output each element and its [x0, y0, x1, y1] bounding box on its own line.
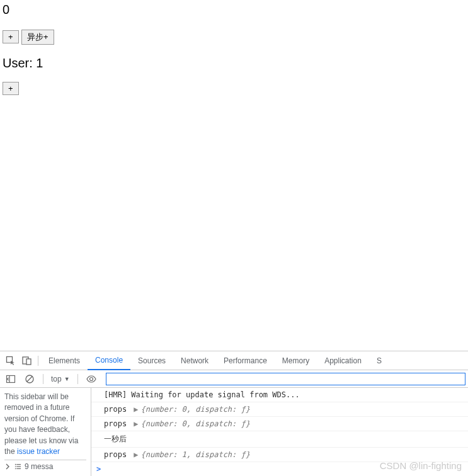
devtools-tabs: Elements Console Sources Network Perform…	[0, 351, 468, 370]
app-content: 0 + 异步+ User: 1 +	[0, 0, 468, 351]
chevron-right-icon	[4, 463, 11, 470]
sidebar-notice-text: This sidebar will be removed in a future…	[4, 392, 78, 456]
console-row[interactable]: [HMR] Waiting for update signal from WDS…	[91, 388, 468, 402]
sidebar-footer-text: 9 messa	[25, 462, 53, 472]
console-log-label: props	[104, 405, 131, 414]
increment-button[interactable]: +	[3, 30, 19, 43]
console-log-label: props	[104, 450, 131, 459]
object-preview[interactable]: {number: 1, dispatch: ƒ}	[141, 450, 250, 459]
console-log-label: props	[104, 419, 131, 428]
device-toggle-icon[interactable]	[19, 351, 35, 370]
button-row-1: + 异步+	[3, 30, 465, 45]
tab-memory[interactable]: Memory	[275, 351, 317, 370]
context-selector[interactable]: top ▼	[49, 375, 72, 383]
divider	[77, 374, 78, 384]
expand-icon[interactable]: ▶	[134, 419, 138, 428]
tab-performance[interactable]: Performance	[216, 351, 275, 370]
expand-icon[interactable]: ▶	[134, 450, 138, 459]
svg-point-7	[89, 377, 93, 380]
svg-rect-3	[7, 375, 15, 382]
object-preview[interactable]: {number: 0, dispatch: ƒ}	[141, 405, 250, 414]
console-row[interactable]: 一秒后	[91, 431, 468, 448]
inspect-icon[interactable]	[3, 351, 19, 370]
console-output[interactable]: [HMR] Waiting for update signal from WDS…	[91, 388, 468, 476]
devtools-body: This sidebar will be removed in a future…	[0, 388, 468, 476]
svg-point-10	[15, 466, 16, 467]
divider	[38, 356, 38, 366]
svg-point-8	[15, 464, 16, 465]
sidebar-footer[interactable]: 9 messa	[4, 460, 86, 472]
sidebar-notice: This sidebar will be removed in a future…	[4, 392, 86, 457]
user-label: User: 1	[3, 56, 465, 71]
tab-application[interactable]: Application	[317, 351, 369, 370]
console-toolbar: top ▼	[0, 370, 468, 388]
svg-line-6	[27, 377, 32, 382]
svg-point-12	[15, 468, 16, 470]
svg-rect-9	[16, 464, 21, 465]
context-label: top	[51, 375, 62, 383]
tab-sources[interactable]: Sources	[130, 351, 173, 370]
clear-console-icon[interactable]	[21, 370, 38, 388]
object-preview[interactable]: {number: 0, dispatch: ƒ}	[141, 419, 250, 428]
divider	[43, 374, 43, 384]
console-sidebar: This sidebar will be removed in a future…	[0, 388, 91, 476]
issue-tracker-link[interactable]: issue tracker	[17, 447, 60, 456]
sidebar-toggle-icon[interactable]	[3, 370, 19, 388]
tab-elements[interactable]: Elements	[41, 351, 88, 370]
svg-rect-11	[16, 467, 21, 467]
tab-more[interactable]: S	[369, 351, 389, 370]
console-filter-input[interactable]	[106, 373, 465, 385]
svg-rect-2	[26, 359, 31, 365]
svg-rect-13	[16, 468, 21, 469]
button-row-2: +	[3, 82, 465, 95]
tab-console[interactable]: Console	[88, 351, 130, 370]
tab-network[interactable]: Network	[173, 351, 216, 370]
counter-value: 0	[3, 3, 465, 17]
console-prompt[interactable]: >	[91, 462, 468, 476]
list-icon	[14, 463, 21, 470]
console-row[interactable]: props ▶{number: 0, dispatch: ƒ}	[91, 417, 468, 431]
devtools-panel: Elements Console Sources Network Perform…	[0, 351, 468, 476]
eye-icon[interactable]	[83, 370, 100, 388]
second-increment-button[interactable]: +	[3, 82, 19, 95]
async-increment-button[interactable]: 异步+	[21, 30, 54, 45]
console-row[interactable]: props ▶{number: 1, dispatch: ƒ}	[91, 448, 468, 462]
chevron-down-icon: ▼	[64, 376, 70, 382]
console-row[interactable]: props ▶{number: 0, dispatch: ƒ}	[91, 402, 468, 417]
expand-icon[interactable]: ▶	[134, 405, 138, 414]
prompt-icon: >	[96, 465, 101, 473]
